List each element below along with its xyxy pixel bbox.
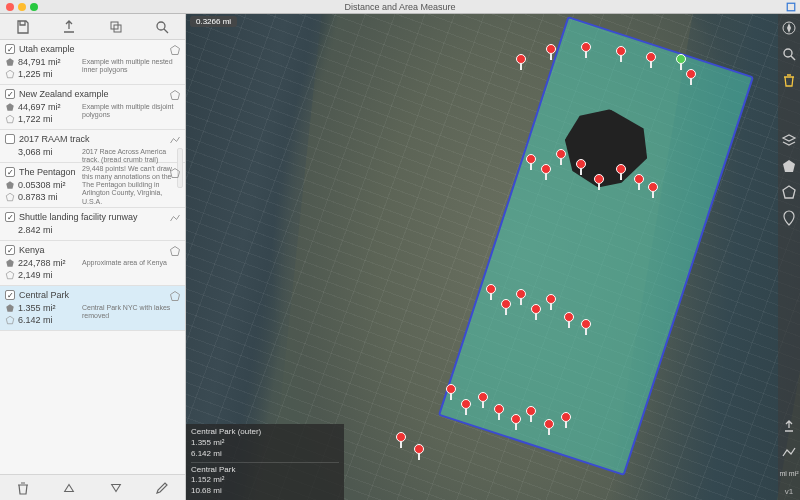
area-value: 84,791 mi² [18,57,61,67]
distance-value: 3,068 mi [18,147,53,157]
unit-toggle[interactable]: mi mi² [779,470,798,477]
trash-icon[interactable] [781,72,797,88]
marker-icon[interactable] [781,210,797,226]
svg-marker-5 [6,58,14,66]
compass-icon[interactable] [781,20,797,36]
distance-value: 1,722 mi [18,114,53,124]
sidebar-toolbar-bottom [0,474,185,500]
map-pin[interactable] [581,42,591,58]
map-pin[interactable] [531,304,541,320]
map-pin[interactable] [478,392,488,408]
minimize-window-button[interactable] [18,3,26,11]
map-pin[interactable] [581,319,591,335]
map-pin[interactable] [686,69,696,85]
distance-icon [5,147,15,157]
area-icon [5,258,15,268]
map-pin[interactable] [511,414,521,430]
list-item[interactable]: ✓ New Zealand example 44,697 mi² 1,722 m… [0,85,185,130]
checkbox[interactable]: ✓ [5,44,15,54]
trash-icon[interactable] [15,480,31,496]
save-icon[interactable] [15,19,31,35]
list-item-title: Kenya [19,245,45,255]
area-value: 0.05308 mi² [18,180,66,190]
polygon-icon [169,245,181,257]
list-item[interactable]: ✓ Shuttle landing facility runway 2.842 … [0,208,185,241]
checkbox[interactable]: ✓ [5,245,15,255]
polygon-filled-icon[interactable] [781,158,797,174]
map-pin[interactable] [526,406,536,422]
search-icon[interactable] [154,19,170,35]
map-pin[interactable] [516,54,526,70]
checkbox[interactable]: ✓ [5,290,15,300]
export-icon[interactable] [61,19,77,35]
share-icon[interactable] [781,418,797,434]
svg-marker-11 [6,181,14,189]
map-pin[interactable] [541,164,551,180]
titlebar: Distance and Area Measure [0,0,800,14]
distance-value: 2,149 mi [18,270,53,280]
zoom-window-button[interactable] [30,3,38,11]
readout-dist: 6.142 mi [191,449,339,460]
distance-value: 1,225 mi [18,69,53,79]
map-pin[interactable] [396,432,406,448]
list-item[interactable]: ✓ Kenya 224,788 mi² 2,149 mi Approximate… [0,241,185,286]
map-pin[interactable] [676,54,686,70]
pencil-icon[interactable] [154,480,170,496]
list-item[interactable]: ✓ The Pentagon 0.05308 mi² 0.8783 mi The… [0,163,185,208]
map-pin[interactable] [546,294,556,310]
map-pin[interactable] [501,299,511,315]
readout-dist: 10.68 mi [191,486,339,497]
list-item-title: The Pentagon [19,167,76,177]
svg-marker-18 [6,316,14,324]
map-pin[interactable] [526,154,536,170]
list-item[interactable]: ✓ 2017 RAAM track 3,068 mi 2017 Race Acr… [0,130,185,163]
triangle-down-icon[interactable] [108,480,124,496]
list-item[interactable]: ✓ Utah example 84,791 mi² 1,225 mi Examp… [0,40,185,85]
area-icon [5,102,15,112]
polygon-outline-icon[interactable] [781,184,797,200]
map-pin[interactable] [616,164,626,180]
distance-value: 6.142 mi [18,315,53,325]
map-pin[interactable] [461,399,471,415]
map-pin[interactable] [561,412,571,428]
map-pin[interactable] [556,149,566,165]
map-pin[interactable] [494,404,504,420]
titlebar-accessory-icon[interactable] [786,2,796,12]
svg-point-3 [157,22,165,30]
map-pin[interactable] [516,289,526,305]
close-window-button[interactable] [6,3,14,11]
search-icon[interactable] [781,46,797,62]
checkbox[interactable]: ✓ [5,167,15,177]
duplicate-icon[interactable] [108,19,124,35]
list-item-title: Shuttle landing facility runway [19,212,138,222]
layers-icon[interactable] [781,132,797,148]
area-icon [5,57,15,67]
map-pin[interactable] [648,182,658,198]
map-pin[interactable] [576,159,586,175]
map-pin[interactable] [646,52,656,68]
polygon-icon [169,167,181,179]
map-pin[interactable] [564,312,574,328]
map-pin[interactable] [544,419,554,435]
map-canvas[interactable]: 0.3266 mi Central Park (outer) 1.355 mi²… [186,14,800,500]
list-item-title: 2017 RAAM track [19,134,90,144]
svg-marker-12 [6,193,14,201]
map-pin[interactable] [414,444,424,460]
map-pin[interactable] [446,384,456,400]
checkbox[interactable]: ✓ [5,212,15,222]
map-pin[interactable] [486,284,496,300]
checkbox[interactable]: ✓ [5,89,15,99]
window-title: Distance and Area Measure [344,2,455,12]
map-pin[interactable] [546,44,556,60]
measurement-list[interactable]: ✓ Utah example 84,791 mi² 1,225 mi Examp… [0,40,185,474]
map-pin[interactable] [634,174,644,190]
path-icon[interactable] [781,444,797,460]
polygon-icon [169,89,181,101]
list-item-desc: The Pentagon building in Arlington Count… [82,181,179,206]
list-item[interactable]: ✓ Central Park 1.355 mi² 6.142 mi Centra… [0,286,185,331]
map-pin[interactable] [616,46,626,62]
polygon-icon [169,290,181,302]
map-pin[interactable] [594,174,604,190]
triangle-up-icon[interactable] [61,480,77,496]
checkbox[interactable]: ✓ [5,134,15,144]
